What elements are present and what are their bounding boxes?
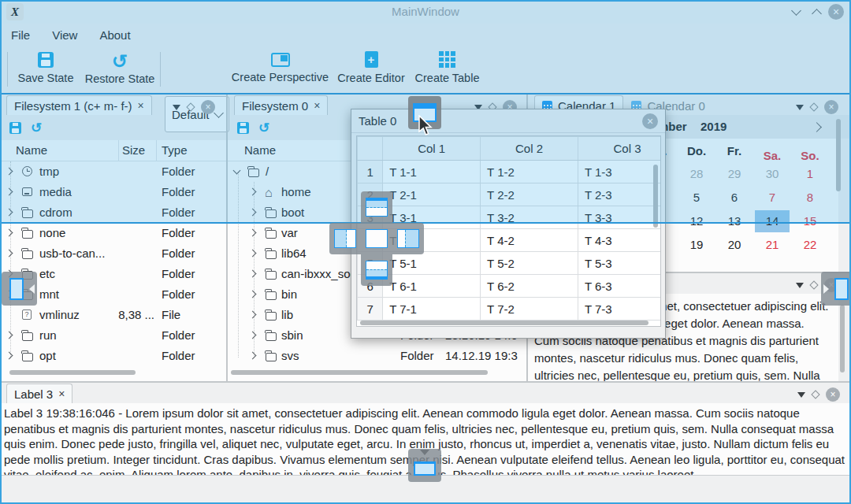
column-header[interactable]: Col 2 bbox=[481, 137, 578, 161]
table-cell[interactable]: T 7-3 bbox=[578, 298, 661, 321]
create-editor-button[interactable]: Create Editor bbox=[334, 51, 408, 84]
save-icon[interactable] bbox=[9, 122, 21, 134]
calendar-day[interactable]: 5 bbox=[678, 186, 715, 209]
calendar-day[interactable]: 12 bbox=[678, 209, 715, 233]
floating-window-close-icon[interactable] bbox=[642, 113, 658, 129]
expander-icon[interactable] bbox=[249, 291, 257, 298]
dock-menu-icon[interactable] bbox=[173, 105, 180, 110]
create-perspective-button[interactable]: Create Perspective bbox=[227, 53, 333, 83]
menu-about[interactable]: About bbox=[99, 28, 130, 42]
tab-close-icon[interactable] bbox=[314, 100, 320, 111]
filesystem1-tree[interactable]: Name Size Type tmp Folder media Folder bbox=[0, 140, 226, 381]
dock-close-icon[interactable] bbox=[824, 100, 838, 114]
vertical-scrollbar[interactable] bbox=[653, 165, 658, 228]
expander-icon[interactable] bbox=[249, 270, 257, 278]
drop-indicator-top[interactable] bbox=[361, 191, 392, 223]
table-cell[interactable]: T 6-2 bbox=[481, 275, 578, 298]
calendar-day[interactable]: 6 bbox=[715, 186, 753, 209]
table-cell[interactable]: T 5-3 bbox=[578, 252, 661, 275]
calendar-day[interactable]: 30 bbox=[753, 162, 791, 186]
expander-icon[interactable] bbox=[6, 332, 13, 339]
calendar-day[interactable]: 15 bbox=[791, 209, 829, 233]
window-close-icon[interactable] bbox=[828, 4, 844, 20]
table-cell[interactable]: T 2-3 bbox=[578, 183, 661, 206]
create-table-button[interactable]: Create Table bbox=[410, 51, 485, 84]
calendar-day[interactable]: 22 bbox=[791, 233, 829, 257]
table-cell[interactable]: T 7-2 bbox=[481, 298, 578, 321]
menu-view[interactable]: View bbox=[52, 28, 77, 42]
table-cell[interactable]: T 2-1 bbox=[383, 183, 481, 206]
dock-float-icon[interactable] bbox=[811, 390, 819, 398]
table-cell[interactable]: T 1-2 bbox=[481, 161, 578, 183]
table-cell[interactable]: T 5-1 bbox=[383, 252, 481, 275]
drop-indicator-bottom[interactable] bbox=[361, 254, 392, 286]
window-titlebar[interactable]: MainWindow bbox=[0, 0, 851, 24]
dock-float-icon[interactable] bbox=[186, 102, 195, 111]
expander-icon[interactable] bbox=[6, 209, 13, 217]
table-row[interactable]: 6 T 6-1 T 6-2 T 6-3 T 6-4 bbox=[358, 275, 662, 298]
menu-file[interactable]: File bbox=[11, 28, 30, 42]
expander-icon[interactable] bbox=[249, 311, 257, 319]
horizontal-scrollbar[interactable] bbox=[9, 370, 136, 375]
tree-row[interactable]: svs Folder 14.12.19 19:3 bbox=[228, 346, 526, 366]
dock-close-icon[interactable] bbox=[201, 100, 215, 114]
calendar-day-selected[interactable]: 14 bbox=[753, 209, 791, 233]
expander-icon[interactable] bbox=[6, 188, 13, 196]
drop-indicator-left-edge[interactable] bbox=[2, 272, 37, 306]
tab-label3[interactable]: Label 3 bbox=[6, 384, 72, 403]
floating-window-titlebar[interactable]: Table 0 bbox=[351, 109, 665, 133]
tree-row[interactable]: media Folder bbox=[0, 182, 226, 202]
expander-icon[interactable] bbox=[6, 229, 13, 237]
dock-menu-icon[interactable] bbox=[797, 392, 805, 398]
expander-icon[interactable] bbox=[249, 352, 257, 360]
table-row[interactable]: 2 T 2-1 T 2-2 T 2-3 T 2-4 bbox=[358, 183, 662, 206]
dock-menu-icon[interactable] bbox=[796, 105, 804, 110]
drop-indicator-right[interactable] bbox=[392, 223, 424, 254]
table-cell[interactable]: T 3-2 bbox=[481, 206, 578, 229]
table-cell[interactable]: T 6-3 bbox=[578, 275, 661, 298]
dock-float-icon[interactable] bbox=[809, 280, 818, 289]
restore-icon[interactable] bbox=[258, 121, 269, 135]
calendar-day[interactable]: 1 bbox=[791, 162, 829, 186]
table-cell[interactable]: T 3-3 bbox=[578, 206, 661, 229]
save-state-button[interactable]: Save State bbox=[9, 52, 82, 84]
horizontal-scrollbar[interactable] bbox=[360, 321, 648, 325]
tab-close-icon[interactable] bbox=[58, 388, 65, 399]
drop-indicator-center[interactable] bbox=[361, 223, 392, 254]
table-row[interactable]: 5 T 5-1 T 5-2 T 5-3 T 5-4 bbox=[358, 252, 662, 275]
expander-icon[interactable] bbox=[6, 352, 13, 360]
expander-icon[interactable] bbox=[6, 168, 13, 176]
expander-icon[interactable] bbox=[249, 188, 257, 196]
tree-header[interactable]: Name Size Type bbox=[0, 140, 226, 161]
tree-row[interactable]: opt Folder bbox=[0, 346, 226, 366]
table-cell[interactable]: T 4-2 bbox=[481, 229, 578, 252]
tree-row[interactable]: cdrom Folder bbox=[0, 202, 226, 223]
table-cell[interactable]: T 1-3 bbox=[578, 161, 661, 183]
tab-close-icon[interactable] bbox=[138, 100, 144, 111]
table-cell[interactable]: T 6-1 bbox=[383, 275, 481, 298]
vertical-scrollbar[interactable] bbox=[836, 119, 841, 191]
column-header[interactable]: Col 1 bbox=[383, 137, 481, 161]
drop-indicator-right-edge[interactable] bbox=[821, 272, 851, 306]
tab-filesystem0[interactable]: Filesystem 0 bbox=[234, 95, 328, 115]
table-row[interactable]: 7 T 7-1 T 7-2 T 7-3 T 7-4 bbox=[358, 298, 662, 321]
calendar-day[interactable]: 19 bbox=[678, 233, 715, 257]
table-cell[interactable]: T 7-1 bbox=[383, 298, 481, 321]
restore-state-button[interactable]: Restore State bbox=[82, 52, 158, 85]
tree-row[interactable]: run Folder bbox=[0, 325, 226, 346]
table-cell[interactable]: T 1-1 bbox=[383, 161, 481, 183]
dock-menu-icon[interactable] bbox=[796, 283, 804, 288]
drop-indicator-left[interactable] bbox=[329, 223, 361, 254]
tree-row[interactable]: tmp Folder bbox=[0, 161, 226, 182]
restore-icon[interactable] bbox=[31, 121, 42, 135]
calendar-day[interactable]: 20 bbox=[715, 233, 753, 257]
drop-indicator-bottom-edge[interactable] bbox=[408, 449, 441, 482]
expander-icon[interactable] bbox=[6, 250, 13, 258]
expander-icon[interactable] bbox=[233, 167, 241, 175]
expander-icon[interactable] bbox=[249, 209, 257, 217]
save-icon[interactable] bbox=[237, 122, 249, 134]
expander-icon[interactable] bbox=[249, 332, 257, 339]
table-row[interactable]: 1 T 1-1 T 1-2 T 1-3 T 1-4 bbox=[358, 161, 662, 183]
dock-close-icon[interactable] bbox=[826, 387, 840, 402]
calendar-day[interactable]: 28 bbox=[678, 162, 715, 186]
